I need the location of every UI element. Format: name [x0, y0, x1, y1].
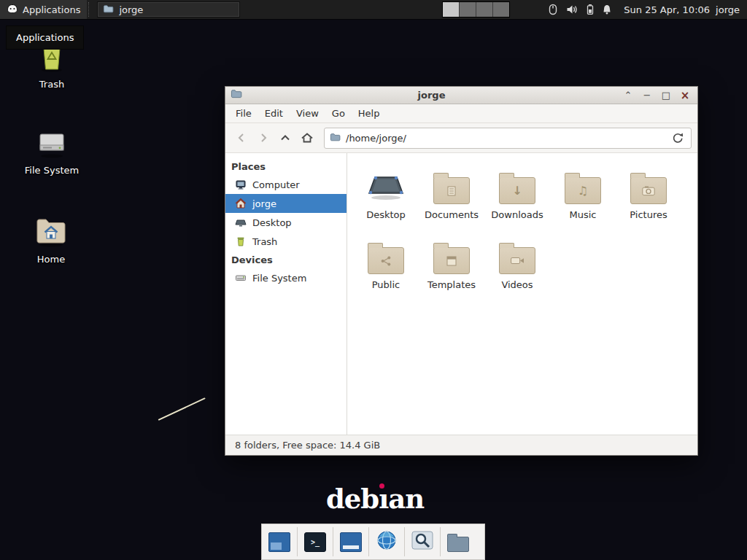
file-item-label: Templates: [427, 279, 476, 290]
menu-view[interactable]: View: [290, 106, 325, 121]
sidebar-item-desktop[interactable]: Desktop: [225, 213, 347, 232]
menu-file[interactable]: File: [229, 106, 258, 121]
desktop-icon-home[interactable]: Home: [3, 213, 99, 265]
dock: >_: [261, 524, 485, 560]
sidebar-item-label: File System: [252, 273, 306, 284]
location-bar[interactable]: /home/jorge/: [324, 128, 692, 149]
pictures-folder-icon: [630, 177, 667, 204]
menubar: File Edit View Go Help: [225, 104, 697, 123]
desktop-icon: [235, 217, 247, 228]
file-item-templates[interactable]: Templates: [419, 233, 484, 290]
dock-terminal-button[interactable]: >_: [301, 526, 330, 558]
menu-go[interactable]: Go: [325, 106, 352, 121]
file-item-label: Desktop: [366, 209, 406, 220]
desktop-icon-label: Trash: [39, 79, 64, 90]
statusbar: 8 folders, Free space: 14.4 GiB: [225, 435, 697, 455]
sidebar-item-label: jorge: [252, 198, 276, 209]
sidebar-item-trash[interactable]: Trash: [225, 232, 347, 251]
video-camera-emblem-icon: [500, 248, 535, 273]
terminal-icon: >_: [304, 532, 326, 552]
tray-notification-bell-icon[interactable]: [602, 4, 612, 15]
system-tray: [548, 4, 612, 15]
dock-workspace-button[interactable]: [336, 526, 365, 558]
menu-edit[interactable]: Edit: [258, 106, 290, 121]
window-title: jorge: [247, 90, 616, 101]
file-manager-folder-icon: [447, 537, 469, 552]
home-button[interactable]: [297, 128, 317, 148]
trash-icon: [235, 236, 247, 247]
template-emblem-icon: [434, 248, 469, 273]
workspace-icon: [340, 532, 362, 552]
desktop-icon-label: Home: [37, 254, 65, 265]
workspace-3[interactable]: [476, 2, 493, 17]
file-item-documents[interactable]: Documents: [419, 163, 484, 220]
top-panel: Applications jorge: [0, 0, 747, 19]
taskbar-window-label: jorge: [119, 4, 143, 15]
file-item-pictures[interactable]: Pictures: [616, 163, 681, 220]
folder-view: Desktop Documents ↓ Downloads: [347, 153, 697, 435]
app-finder-magnifier-icon: [411, 531, 433, 553]
folder-icon: [330, 131, 341, 145]
file-item-label: Downloads: [491, 209, 543, 220]
document-emblem-icon: [434, 178, 469, 203]
tray-battery-icon[interactable]: [587, 4, 594, 15]
drive-icon: [34, 125, 69, 159]
sidebar: Places Computer jorge: [225, 153, 347, 435]
user-home-icon: [235, 198, 247, 209]
up-button[interactable]: [275, 128, 295, 148]
desktop-icon-file-system[interactable]: File System: [4, 125, 100, 176]
window-titlebar[interactable]: jorge ⌃ − □ ×: [225, 87, 697, 104]
file-item-downloads[interactable]: ↓ Downloads: [485, 163, 549, 220]
menu-help[interactable]: Help: [352, 106, 387, 121]
music-note-emblem-icon: ♫: [565, 178, 600, 203]
file-item-videos[interactable]: Videos: [485, 233, 549, 290]
videos-folder-icon: [499, 247, 535, 274]
panel-clock[interactable]: Sun 25 Apr, 10:06: [624, 4, 710, 15]
window-menu-icon[interactable]: [231, 88, 242, 102]
toolbar: /home/jorge/: [225, 123, 697, 153]
applications-menu-label: Applications: [23, 4, 80, 15]
maximize-button[interactable]: □: [659, 89, 673, 102]
sidebar-item-jorge[interactable]: jorge: [225, 194, 347, 213]
minimize-button[interactable]: −: [640, 89, 654, 102]
music-folder-icon: ♫: [565, 177, 601, 204]
tray-volume-icon[interactable]: [566, 4, 578, 15]
workspace-1[interactable]: [443, 2, 460, 17]
taskbar-window-button[interactable]: jorge: [97, 1, 240, 18]
applications-menu-button[interactable]: Applications: [0, 0, 87, 19]
dock-separator: [368, 527, 369, 556]
workspace-pager: [442, 1, 510, 18]
forward-button[interactable]: [253, 128, 273, 148]
debian-logo: debıan: [325, 483, 425, 515]
file-item-label: Public: [372, 279, 400, 290]
panel-user-label[interactable]: jorge: [716, 4, 740, 15]
file-item-music[interactable]: ♫ Music: [551, 163, 615, 220]
stray-line-artifact: [158, 397, 206, 421]
file-item-desktop[interactable]: Desktop: [354, 163, 418, 220]
debian-logo-i: ı: [379, 483, 388, 515]
dock-show-desktop-button[interactable]: [265, 526, 294, 558]
desktop-icon-label: File System: [25, 165, 79, 176]
workspace-4[interactable]: [493, 2, 509, 17]
sidebar-item-file-system[interactable]: File System: [225, 268, 347, 287]
tray-mouse-icon[interactable]: [548, 4, 558, 15]
workspace-2[interactable]: [460, 2, 476, 17]
dock-separator: [404, 527, 405, 556]
debian-logo-text: an: [388, 483, 424, 515]
reload-icon[interactable]: [670, 130, 686, 146]
home-folder-icon: [34, 213, 69, 248]
desktop-screen: Applications jorge: [0, 0, 747, 560]
back-button[interactable]: [231, 128, 251, 148]
dock-separator: [440, 527, 441, 556]
dock-file-manager-button[interactable]: [444, 526, 473, 558]
download-arrow-emblem-icon: ↓: [500, 178, 535, 203]
file-item-public[interactable]: Public: [354, 233, 418, 290]
dock-web-browser-button[interactable]: [372, 526, 401, 558]
sidebar-item-computer[interactable]: Computer: [225, 175, 347, 194]
location-path[interactable]: /home/jorge/: [346, 133, 665, 144]
dock-app-finder-button[interactable]: [408, 526, 437, 558]
file-item-label: Videos: [501, 279, 533, 290]
file-item-label: Pictures: [630, 209, 667, 220]
shade-button[interactable]: ⌃: [621, 89, 635, 102]
close-button[interactable]: ×: [678, 89, 692, 102]
